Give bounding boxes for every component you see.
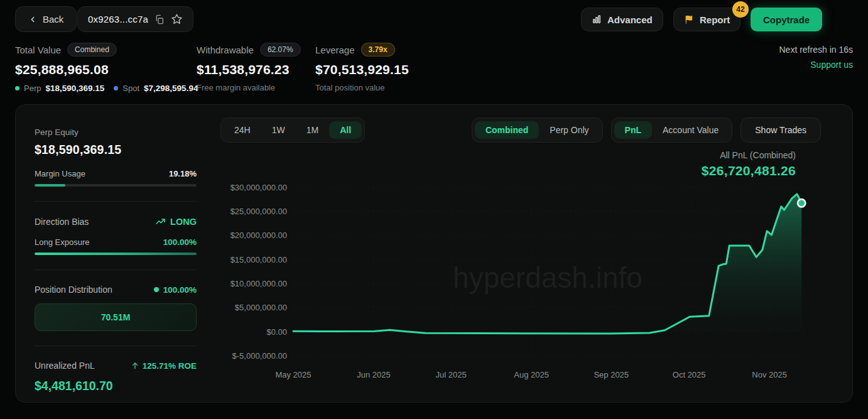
total-value-stat: Total Value Combined $25,888,965.08 Perp… <box>15 43 198 93</box>
margin-usage-bar <box>35 184 197 187</box>
svg-text:$15,000,000.00: $15,000,000.00 <box>231 255 287 264</box>
svg-text:$5,000,000.00: $5,000,000.00 <box>235 303 287 312</box>
unrealized-pnl-value: $4,481,610.70 <box>35 379 197 393</box>
timeframe-tabs: 24H 1W 1M All <box>220 117 365 143</box>
spot-label: Spot <box>122 84 139 93</box>
star-favorite-icon[interactable] <box>171 13 183 25</box>
long-exposure-label: Long Exposure <box>35 237 89 247</box>
chart-controls: 24H 1W 1M All Combined Perp Only PnL Acc… <box>220 117 821 143</box>
mode-tabs: Combined Perp Only <box>472 117 603 143</box>
show-trades-button[interactable]: Show Trades <box>741 117 821 143</box>
tab-1w[interactable]: 1W <box>261 121 296 139</box>
long-exposure-bar-fill <box>35 253 197 255</box>
tab-perp-only[interactable]: Perp Only <box>539 121 599 139</box>
tab-24h[interactable]: 24H <box>224 121 261 139</box>
wallet-address: 0x9263...cc7a <box>88 14 148 24</box>
bar-chart-icon <box>592 14 602 24</box>
withdrawable-sub: Free margin available <box>197 83 301 92</box>
direction-bias-label: Direction Bias <box>35 217 89 227</box>
leverage-amount: $70,513,929.15 <box>315 62 409 77</box>
svg-text:Aug 2025: Aug 2025 <box>514 370 549 379</box>
top-bar: Back 0x9263...cc7a Advanced Report 42 Co… <box>0 0 868 39</box>
svg-text:Sep 2025: Sep 2025 <box>594 370 629 379</box>
support-us-link[interactable]: Support us <box>810 60 853 70</box>
withdrawable-amount: $11,538,976.23 <box>197 62 301 77</box>
margin-usage-label: Margin Usage <box>35 169 85 178</box>
spot-value: $7,298,595.94 <box>144 84 198 93</box>
svg-text:$10,000,000.00: $10,000,000.00 <box>231 279 287 288</box>
perp-dot-icon <box>15 86 19 90</box>
svg-text:Oct 2025: Oct 2025 <box>673 370 706 379</box>
withdrawable-stat: Withdrawable 62.07% $11,538,976.23 Free … <box>197 43 301 92</box>
leverage-label: Leverage <box>315 45 355 55</box>
perp-value: $18,590,369.15 <box>45 84 104 93</box>
tab-combined[interactable]: Combined <box>475 121 539 139</box>
long-exposure-pct: 100.00% <box>163 237 197 247</box>
arrow-up-icon <box>131 361 139 370</box>
wallet-address-pill[interactable]: 0x9263...cc7a <box>77 6 193 32</box>
svg-text:Nov 2025: Nov 2025 <box>752 370 787 379</box>
svg-text:$20,000,000.00: $20,000,000.00 <box>231 231 287 240</box>
position-distribution-pct: 100.00% <box>163 285 197 295</box>
leverage-stat: Leverage 3.79x $70,513,929.15 Total posi… <box>315 43 409 92</box>
total-value-label: Total Value <box>15 45 61 55</box>
pnl-headline: All PnL (Combined) $26,720,481.26 <box>702 150 796 178</box>
account-sidebar: Perp Equity $18,590,369.15 Margin Usage … <box>35 128 197 393</box>
refresh-countdown: Next refresh in 16s <box>779 45 854 55</box>
pnl-headline-value: $26,720,481.26 <box>702 163 796 178</box>
trend-up-icon <box>155 216 166 227</box>
report-label: Report <box>700 14 730 25</box>
advanced-label: Advanced <box>607 14 653 25</box>
total-value-amount: $25,888,965.08 <box>15 62 198 77</box>
pnl-line-chart[interactable]: hyperdash.info$30,000,000.00$25,000,000.… <box>222 180 825 393</box>
back-label: Back <box>43 14 63 24</box>
report-button[interactable]: Report <box>673 8 741 31</box>
report-count-badge: 42 <box>732 1 749 18</box>
direction-bias-value: LONG <box>170 217 197 227</box>
copy-icon[interactable] <box>155 14 165 24</box>
withdrawable-label: Withdrawable <box>197 45 254 55</box>
withdrawable-pct-badge: 62.07% <box>260 43 301 57</box>
svg-text:Jul 2025: Jul 2025 <box>436 370 467 379</box>
perp-label: Perp <box>24 84 41 93</box>
divider <box>35 346 197 346</box>
svg-text:May 2025: May 2025 <box>275 370 311 379</box>
pnl-headline-label: All PnL (Combined) <box>702 150 796 160</box>
margin-usage-pct: 19.18% <box>169 169 197 178</box>
pnl-chart-area[interactable]: hyperdash.info$30,000,000.00$25,000,000.… <box>222 180 825 393</box>
svg-text:$-5,000,000.00: $-5,000,000.00 <box>232 351 287 361</box>
distribution-dot-icon <box>154 287 159 292</box>
spot-dot-icon <box>114 86 118 90</box>
tab-account-value[interactable]: Account Value <box>652 121 729 139</box>
svg-text:hyperdash.info: hyperdash.info <box>453 261 643 294</box>
svg-text:Jun 2025: Jun 2025 <box>357 370 391 379</box>
margin-usage-bar-fill <box>35 184 65 187</box>
main-panel: Perp Equity $18,590,369.15 Margin Usage … <box>15 104 853 403</box>
roe-value: 125.71% ROE <box>143 361 197 371</box>
svg-text:$25,000,000.00: $25,000,000.00 <box>231 207 287 216</box>
svg-text:$0.00: $0.00 <box>266 327 287 337</box>
combined-badge: Combined <box>67 43 117 57</box>
long-exposure-bar <box>35 253 197 255</box>
copytrade-button[interactable]: Copytrade <box>751 8 822 31</box>
unrealized-pnl-label: Unrealized PnL <box>35 361 95 371</box>
position-size-box[interactable]: 70.51M <box>35 303 197 331</box>
back-button[interactable]: Back <box>15 6 77 32</box>
perp-equity-label: Perp Equity <box>35 128 197 137</box>
metric-tabs: PnL Account Value <box>611 117 733 143</box>
svg-text:$30,000,000.00: $30,000,000.00 <box>231 183 287 192</box>
tab-1m[interactable]: 1M <box>296 121 329 139</box>
flag-icon <box>684 14 694 24</box>
perp-equity-value: $18,590,369.15 <box>35 143 197 157</box>
position-distribution-label: Position Distribution <box>35 285 112 295</box>
leverage-badge: 3.79x <box>361 43 395 57</box>
tab-pnl[interactable]: PnL <box>614 121 652 139</box>
chevron-left-icon <box>28 15 37 24</box>
advanced-button[interactable]: Advanced <box>581 8 663 31</box>
divider <box>35 269 197 270</box>
leverage-sub: Total position value <box>315 83 409 92</box>
divider <box>35 201 197 202</box>
tab-all[interactable]: All <box>329 121 362 139</box>
